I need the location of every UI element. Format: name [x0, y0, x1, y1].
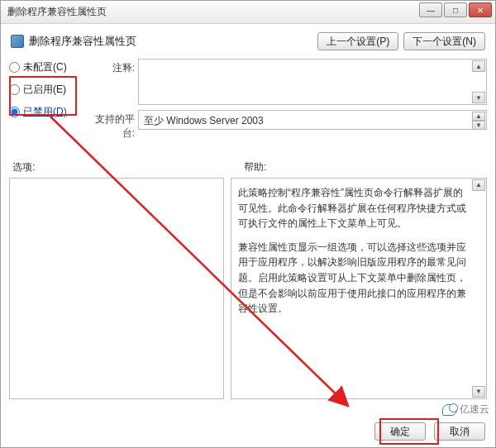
help-label: 帮助:: [244, 160, 266, 174]
radio-disabled-input[interactable]: [9, 107, 20, 117]
page-title: 删除程序兼容性属性页: [29, 34, 136, 49]
platform-scroll-down[interactable]: ▼: [472, 121, 485, 130]
note-label: 注释:: [88, 59, 135, 75]
prev-setting-button[interactable]: 上一个设置(P): [317, 32, 398, 50]
window-controls: — □ ✕: [417, 2, 492, 17]
header-row: 删除程序兼容性属性页 上一个设置(P) 下一个设置(N): [9, 29, 487, 59]
footer: 确定 取消: [374, 422, 485, 441]
note-textarea[interactable]: ▲ ▼: [138, 59, 487, 105]
minimize-button[interactable]: —: [419, 2, 442, 17]
radio-enabled-input[interactable]: [9, 84, 20, 95]
watermark-icon: [442, 404, 457, 416]
note-scroll-down[interactable]: ▼: [472, 92, 485, 103]
dialog-window: 删除程序兼容性属性页 — □ ✕ 删除程序兼容性属性页 上一个设置(P) 下一个…: [0, 0, 496, 448]
maximize-button[interactable]: □: [444, 2, 467, 17]
radio-disabled[interactable]: 已禁用(D): [9, 105, 83, 119]
watermark: 亿速云: [440, 402, 492, 417]
radio-disabled-label: 已禁用(D): [23, 105, 67, 119]
options-panel: [9, 178, 224, 399]
help-paragraph: 兼容性属性页显示一组选项，可以选择这些选项并应用于应用程序，以解决影响旧版应用程…: [238, 240, 468, 317]
next-setting-button[interactable]: 下一个设置(N): [403, 32, 485, 50]
titlebar: 删除程序兼容性属性页 — □ ✕: [1, 1, 495, 24]
platform-label: 支持的平台:: [88, 110, 135, 141]
ok-button[interactable]: 确定: [374, 422, 426, 441]
watermark-text: 亿速云: [460, 403, 489, 417]
radio-not-configured[interactable]: 未配置(C): [9, 60, 83, 74]
help-paragraph: 此策略控制“程序兼容性”属性页命令行解释器扩展的可见性。此命令行解释器扩展在任何…: [238, 185, 468, 231]
help-scroll-up[interactable]: ▲: [472, 179, 485, 191]
help-panel: 此策略控制“程序兼容性”属性页命令行解释器扩展的可见性。此命令行解释器扩展在任何…: [231, 178, 487, 399]
note-scroll-up[interactable]: ▲: [472, 60, 485, 72]
radio-not-configured-label: 未配置(C): [23, 60, 67, 74]
platform-scroll-up[interactable]: ▲: [472, 112, 485, 121]
window-title: 删除程序兼容性属性页: [7, 5, 107, 19]
radio-enabled[interactable]: 已启用(E): [9, 83, 83, 97]
policy-icon: [11, 35, 24, 48]
radio-enabled-label: 已启用(E): [23, 83, 66, 97]
supported-platform-text: 至少 Windows Server 2003: [144, 115, 264, 126]
help-scroll-down[interactable]: ▼: [472, 386, 485, 398]
radio-not-configured-input[interactable]: [9, 62, 20, 73]
close-button[interactable]: ✕: [469, 2, 492, 17]
options-label: 选项:: [12, 160, 244, 174]
state-radio-group: 未配置(C) 已启用(E) 已禁用(D): [9, 59, 83, 119]
cancel-button[interactable]: 取消: [434, 422, 485, 441]
supported-platform-box: 至少 Windows Server 2003 ▲ ▼: [138, 110, 487, 130]
